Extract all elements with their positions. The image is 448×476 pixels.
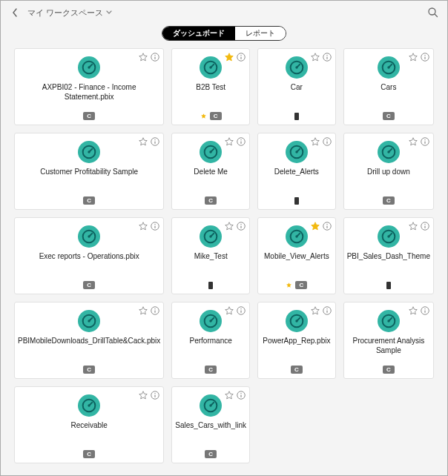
card-badge-row: C [15,450,163,458]
info-button[interactable] [150,221,160,231]
tab-dashboard[interactable]: ダッシュボード [162,27,235,40]
dashboard-card[interactable]: Car [257,48,336,125]
favorite-star-icon [224,390,234,400]
dashboard-card[interactable]: PBIMobileDownloads_DrillTable&Cack.pbixC [14,302,164,379]
dashboard-gauge-icon [381,229,396,244]
dashboard-card[interactable]: AXPBI02 - Finance - Income Statement.pbi… [14,48,164,125]
info-button[interactable] [236,221,246,231]
favorite-button[interactable] [224,305,234,316]
workspace-dropdown[interactable]: マイ ワークスペース [27,7,112,19]
favorite-button[interactable] [310,221,320,231]
tab-report[interactable]: レポート [235,27,286,40]
dashboard-card[interactable]: Mobile_View_AlertsC [257,217,336,294]
card-avatar [78,310,100,332]
svg-rect-64 [326,225,327,228]
dashboard-card[interactable]: PowerApp_Rep.pbixC [257,302,336,379]
info-button[interactable] [322,52,332,62]
card-avatar [378,141,400,163]
info-icon [236,52,246,62]
favorite-button[interactable] [224,52,234,62]
favorite-button[interactable] [408,221,418,231]
status-badge [294,113,299,120]
card-avatar [200,141,222,163]
card-badge-row [344,282,433,289]
svg-point-25 [387,66,389,68]
classification-badge: C [210,112,222,120]
favorite-button[interactable] [310,52,320,62]
dashboard-card[interactable]: Mike_Test [171,217,250,294]
dashboard-card[interactable]: ReceivableC [14,386,164,463]
info-button[interactable] [150,52,160,62]
favorite-button[interactable] [138,52,148,62]
dashboard-gauge-icon [82,398,96,413]
info-button[interactable] [420,305,430,316]
favorite-star-icon [138,390,148,400]
card-title: Delete_Alerts [271,168,322,177]
info-icon [150,52,160,62]
card-badge-row [258,197,335,205]
info-icon [322,52,332,62]
favorite-button[interactable] [138,221,148,231]
svg-point-93 [424,308,425,309]
info-icon [236,390,246,400]
svg-rect-22 [424,56,425,59]
info-button[interactable] [236,52,246,62]
info-button[interactable] [150,305,160,316]
favorite-button[interactable] [138,305,148,316]
dashboard-card[interactable]: Drill up downC [343,133,434,210]
dashboard-card[interactable]: Delete MeC [171,133,250,210]
info-button[interactable] [236,136,246,147]
dashboard-card[interactable]: Customer Profitability SampleC [14,133,164,210]
info-button[interactable] [322,221,332,231]
dashboard-card[interactable]: PBI_Sales_Dash_Theme [343,217,434,294]
dashboard-card[interactable]: Procurement Analysis SampleC [343,302,434,379]
classification-badge: C [83,281,95,289]
info-button[interactable] [150,390,160,400]
favorite-star-icon [138,136,148,147]
favorite-button[interactable] [408,305,418,316]
info-button[interactable] [420,52,430,62]
favorite-star-icon [408,221,418,231]
favorite-button[interactable] [310,136,320,147]
favorite-button[interactable] [224,221,234,231]
dashboard-card[interactable]: Exec reports - Operations.pbixC [14,217,164,294]
favorite-button[interactable] [408,136,418,147]
card-title: PBI_Sales_Dash_Theme [344,252,433,262]
favorite-button[interactable] [224,136,234,147]
info-button[interactable] [322,136,332,147]
info-button[interactable] [236,305,246,316]
card-actions [408,52,430,62]
favorite-button[interactable] [224,390,234,400]
info-button[interactable] [236,390,246,400]
svg-rect-40 [326,141,327,144]
card-title: Procurement Analysis Sample [344,337,433,355]
card-avatar [78,141,100,163]
svg-point-67 [295,235,297,237]
info-icon [420,305,430,316]
dashboard-card[interactable]: Delete_Alerts [257,133,336,210]
search-button[interactable] [427,7,438,18]
info-button[interactable] [150,136,160,147]
dashboard-gauge-icon [203,314,218,328]
dashboard-card[interactable]: PerformanceC [171,302,250,379]
favorite-button[interactable] [408,52,418,62]
workspace-title: マイ ワークスペース [27,7,103,19]
info-button[interactable] [420,136,430,147]
card-avatar [378,310,400,332]
svg-point-21 [424,55,425,56]
favorite-button[interactable] [310,305,320,316]
info-button[interactable] [322,305,332,316]
svg-point-103 [88,404,90,406]
favorite-button[interactable] [138,390,148,400]
back-button[interactable] [8,6,22,19]
card-badge-row: C [172,112,249,120]
dashboard-card[interactable]: Sales_Cars_with_linkC [171,386,250,463]
info-button[interactable] [420,221,430,231]
card-badge-row: C [258,366,335,374]
svg-rect-88 [326,310,327,313]
card-actions [138,221,160,231]
dashboard-card[interactable]: CarsC [343,48,434,125]
dashboard-card[interactable]: B2B TestC [171,48,250,125]
favorite-button[interactable] [138,136,148,147]
card-actions [408,136,430,147]
